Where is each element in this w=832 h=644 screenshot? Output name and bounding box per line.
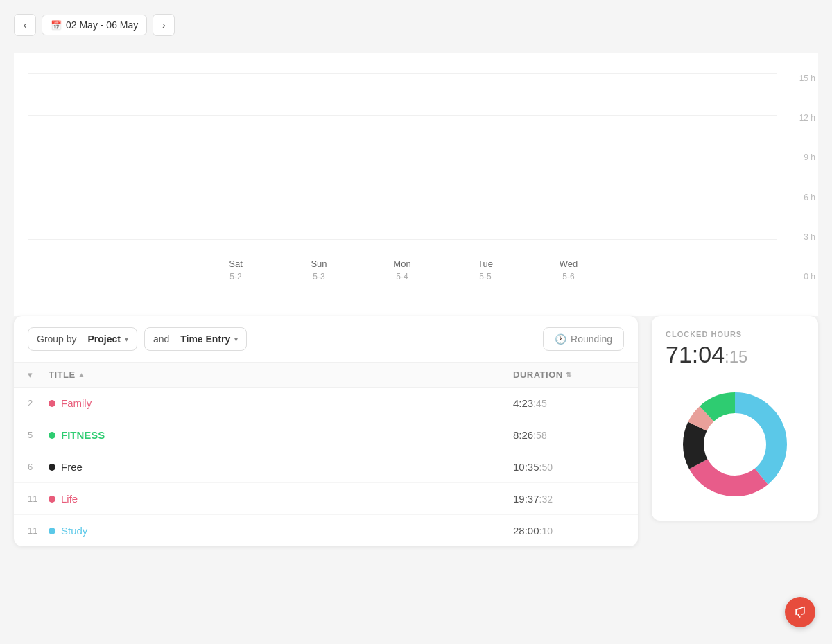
row-title-cell: Free: [49, 461, 513, 473]
time-entry-value: Time Entry: [180, 333, 230, 345]
bar-wed: Wed 5-6: [544, 253, 593, 281]
y-label: 3 h: [804, 232, 815, 242]
donut-chart: [666, 382, 804, 507]
group-by-value: Project: [87, 333, 120, 345]
sort-icon: ▲: [78, 371, 85, 378]
y-label: 0 h: [804, 272, 815, 281]
next-btn[interactable]: ›: [153, 14, 175, 36]
duration-sec: :32: [539, 494, 553, 505]
duration-sec: :58: [533, 430, 546, 441]
date-navigation: ‹ 📅 02 May - 06 May ›: [14, 14, 818, 36]
bar-tue: Tue 5-5: [461, 253, 510, 281]
bar-date-label: 5-6: [562, 272, 574, 281]
group-by-prefix: Group by: [37, 333, 77, 345]
row-duration: 19:37:32: [513, 493, 624, 505]
title-col-label: TITLE: [49, 369, 76, 380]
y-label: 15 h: [799, 73, 815, 83]
bar-date-label: 5-5: [479, 272, 491, 281]
row-duration: 4:23:45: [513, 397, 624, 409]
duration-main: 4:23: [513, 397, 533, 409]
project-name[interactable]: Study: [61, 525, 87, 537]
bar-chart-container: 15 h 12 h 9 h 6 h 3 h 0 h Sat 5-2 Sun 5-…: [14, 53, 818, 316]
row-number: 6: [28, 462, 49, 472]
bottom-section: Group by Project ▾ and Time Entry ▾ 🕐 Ro…: [14, 316, 818, 546]
megaphone-icon: [793, 605, 807, 619]
bar-sat: Sat 5-2: [211, 253, 260, 281]
bar-date-label: 5-4: [396, 272, 408, 281]
clock-icon: 🕐: [555, 333, 566, 345]
table-row: 11 Study 28:00:10: [14, 515, 638, 546]
row-number: 11: [28, 494, 49, 504]
clocked-time-main: 71:04: [666, 341, 725, 367]
group-by-dropdown[interactable]: Group by Project ▾: [28, 327, 137, 351]
duration-sec: :45: [533, 398, 546, 409]
title-col-header[interactable]: TITLE ▲: [49, 369, 513, 380]
rounding-label: Rounding: [571, 333, 612, 345]
rounding-button[interactable]: 🕐 Rounding: [543, 327, 624, 351]
expand-col: ▾: [28, 369, 49, 380]
project-name[interactable]: Free: [61, 461, 83, 473]
table-header: ▾ TITLE ▲ DURATION ⇅: [14, 363, 638, 388]
project-dot: [49, 528, 55, 534]
row-title-cell: Family: [49, 397, 513, 409]
project-dot: [49, 464, 55, 471]
row-number: 5: [28, 430, 49, 440]
row-duration: 10:35:50: [513, 461, 624, 473]
chevron-down-icon: ▾: [125, 336, 128, 343]
bar-date-label: 5-2: [229, 272, 241, 281]
chevron-down-icon-3: ▾: [28, 369, 33, 380]
duration-sec: :50: [539, 462, 553, 473]
row-title-cell: FITNESS: [49, 429, 513, 441]
row-number: 11: [28, 525, 49, 536]
table-row: 5 FITNESS 8:26:58: [14, 419, 638, 451]
table-row: 2 Family 4:23:45: [14, 388, 638, 419]
duration-col-header[interactable]: DURATION ⇅: [513, 369, 624, 380]
bar-date-label: 5-3: [313, 272, 324, 281]
bar-day-label: Sat: [229, 259, 243, 269]
help-button[interactable]: [785, 597, 815, 627]
clocked-label: CLOCKED HOURS: [666, 330, 804, 338]
duration-sec: :10: [539, 525, 553, 537]
time-entry-dropdown[interactable]: and Time Entry ▾: [144, 327, 247, 351]
row-number: 2: [28, 398, 49, 408]
y-label: 6 h: [804, 193, 815, 202]
duration-main: 8:26: [513, 429, 533, 441]
duration-main: 19:37: [513, 493, 539, 505]
time-entries-table-card: Group by Project ▾ and Time Entry ▾ 🕐 Ro…: [14, 316, 638, 546]
project-name[interactable]: FITNESS: [61, 429, 105, 441]
project-name[interactable]: Life: [61, 493, 78, 505]
duration-main: 10:35: [513, 461, 539, 473]
clocked-hours-card: CLOCKED HOURS 71:04:15: [652, 316, 818, 521]
table-toolbar: Group by Project ▾ and Time Entry ▾ 🕐 Ro…: [14, 316, 638, 363]
right-panel: CLOCKED HOURS 71:04:15: [652, 316, 818, 521]
bar-day-label: Sun: [311, 259, 327, 269]
row-title-cell: Life: [49, 493, 513, 505]
project-dot: [49, 432, 55, 439]
bar-sun: Sun 5-3: [295, 253, 343, 281]
bar-day-label: Mon: [393, 259, 410, 269]
date-range-text: 02 May - 06 May: [66, 19, 138, 31]
bar-day-label: Wed: [560, 259, 578, 269]
row-duration: 8:26:58: [513, 429, 624, 441]
calendar-icon: 📅: [51, 20, 62, 31]
donut-svg: [673, 382, 797, 507]
duration-main: 28:00: [513, 525, 539, 537]
project-dot: [49, 400, 55, 407]
row-duration: 28:00:10: [513, 525, 624, 537]
duration-col-label: DURATION: [513, 369, 563, 380]
table-row: 6 Free 10:35:50: [14, 451, 638, 483]
donut-hole: [704, 414, 765, 475]
y-label: 12 h: [799, 113, 815, 123]
y-label: 9 h: [804, 153, 815, 162]
clocked-time: 71:04:15: [666, 341, 804, 368]
table-row: 11 Life 19:37:32: [14, 483, 638, 515]
bar-mon: Mon 5-4: [378, 253, 426, 281]
row-title-cell: Study: [49, 525, 513, 537]
bar-day-label: Tue: [478, 259, 493, 269]
prev-btn[interactable]: ‹: [14, 14, 36, 36]
project-dot: [49, 496, 55, 503]
date-range-display[interactable]: 📅 02 May - 06 May: [42, 15, 147, 35]
project-name[interactable]: Family: [61, 397, 92, 409]
clocked-time-sec: :15: [725, 347, 747, 366]
chevron-down-icon-2: ▾: [234, 336, 238, 343]
